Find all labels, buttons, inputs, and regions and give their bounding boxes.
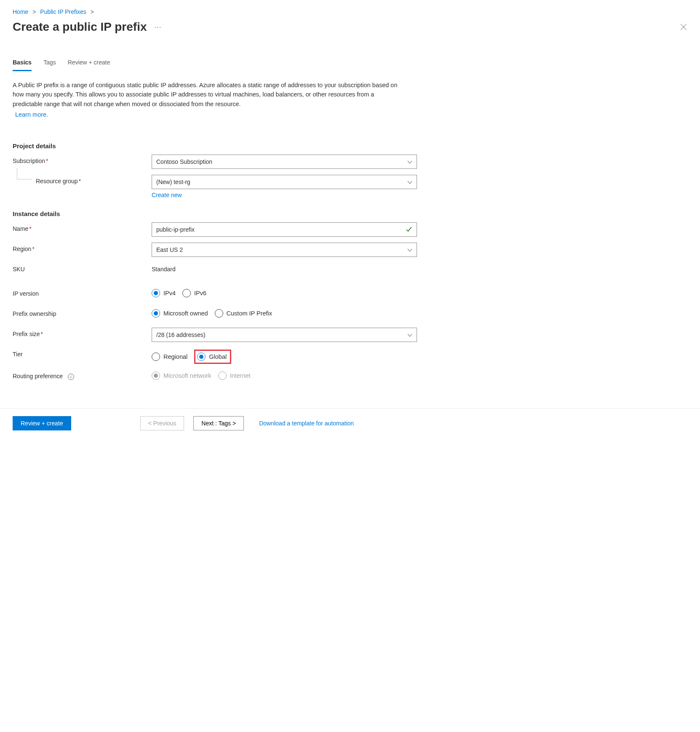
- name-input[interactable]: public-ip-prefix: [152, 222, 417, 237]
- radio-global[interactable]: Global: [197, 353, 227, 361]
- chevron-down-icon: [407, 247, 412, 252]
- section-instance-details: Instance details: [13, 210, 687, 217]
- label-prefix-ownership: Prefix ownership: [13, 307, 152, 317]
- sku-value: Standard: [152, 263, 417, 272]
- info-icon[interactable]: i: [68, 374, 74, 380]
- radio-regional[interactable]: Regional: [152, 353, 187, 361]
- breadcrumb: Home > Public IP Prefixes >: [13, 8, 687, 15]
- description-text: A Public IP prefix is a range of contigu…: [13, 80, 400, 109]
- prefix-size-dropdown[interactable]: /28 (16 addresses): [152, 328, 417, 342]
- tab-basics[interactable]: Basics: [13, 59, 32, 71]
- tab-review[interactable]: Review + create: [68, 59, 110, 71]
- chevron-down-icon: [407, 179, 412, 184]
- learn-more-link[interactable]: Learn more.: [15, 111, 48, 118]
- label-ip-version: IP version: [13, 287, 152, 297]
- label-sku: SKU: [13, 263, 152, 272]
- label-subscription: Subscription*: [13, 155, 152, 164]
- subscription-dropdown[interactable]: Contoso Subscription: [152, 155, 417, 169]
- create-new-link[interactable]: Create new: [152, 192, 182, 198]
- radio-internet: Internet: [218, 371, 251, 380]
- label-routing-preference: Routing preference i: [13, 370, 152, 380]
- radio-custom-ip-prefix[interactable]: Custom IP Prefix: [215, 309, 273, 318]
- previous-button: < Previous: [140, 416, 184, 430]
- label-region: Region*: [13, 243, 152, 252]
- section-project-details: Project details: [13, 142, 687, 150]
- tabs: Basics Tags Review + create: [13, 59, 687, 71]
- close-icon[interactable]: [680, 23, 687, 31]
- chevron-down-icon: [407, 159, 412, 164]
- resource-group-dropdown[interactable]: (New) test-rg: [152, 175, 417, 189]
- checkmark-icon: [406, 226, 412, 234]
- more-icon[interactable]: ···: [155, 24, 162, 30]
- label-name: Name*: [13, 222, 152, 232]
- label-resource-group: Resource group*: [13, 175, 152, 184]
- radio-ipv4[interactable]: IPv4: [152, 289, 176, 297]
- label-prefix-size: Prefix size*: [13, 328, 152, 337]
- region-dropdown[interactable]: East US 2: [152, 243, 417, 257]
- page-title: Create a public IP prefix: [13, 20, 147, 34]
- label-tier: Tier: [13, 348, 152, 358]
- chevron-down-icon: [407, 332, 412, 337]
- breadcrumb-home[interactable]: Home: [13, 8, 28, 15]
- review-create-button[interactable]: Review + create: [13, 416, 71, 430]
- next-button[interactable]: Next : Tags >: [193, 416, 244, 430]
- chevron-right-icon: >: [91, 8, 94, 15]
- radio-ipv6[interactable]: IPv6: [182, 289, 206, 297]
- footer-bar: Review + create < Previous Next : Tags >…: [0, 408, 700, 441]
- radio-microsoft-owned[interactable]: Microsoft owned: [152, 309, 208, 318]
- highlight-global-tier: Global: [194, 350, 231, 364]
- tab-tags[interactable]: Tags: [43, 59, 56, 71]
- chevron-right-icon: >: [32, 8, 36, 15]
- breadcrumb-prefixes[interactable]: Public IP Prefixes: [40, 8, 86, 15]
- radio-microsoft-network: Microsoft network: [152, 371, 211, 380]
- download-template-link[interactable]: Download a template for automation: [259, 420, 354, 427]
